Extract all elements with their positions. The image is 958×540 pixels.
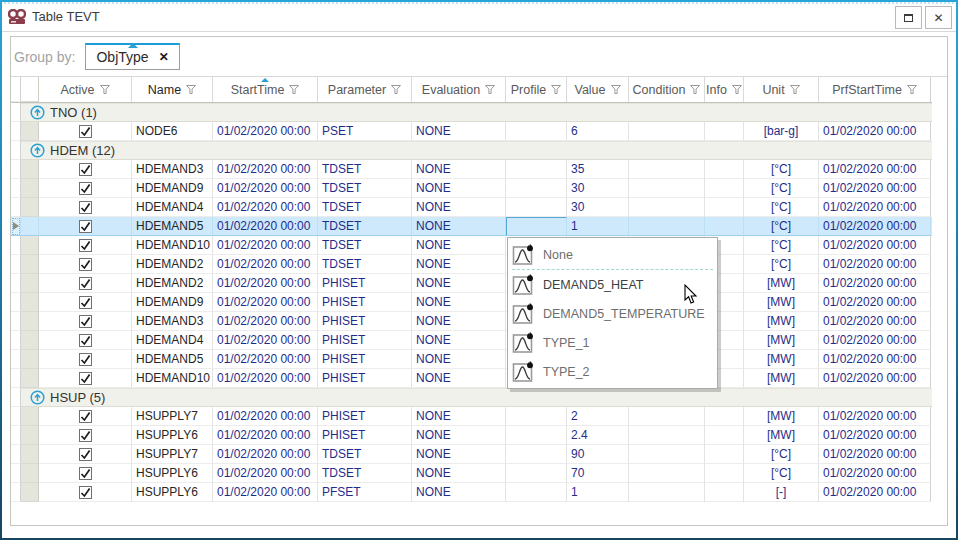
cell-parameter[interactable]: TDSET (318, 217, 412, 236)
cell-unit[interactable]: [MW] (744, 293, 819, 312)
cell-active[interactable] (39, 369, 132, 388)
active-checkbox[interactable] (79, 125, 92, 138)
cell-name[interactable]: HSUPPLY6 (132, 483, 213, 502)
cell-active[interactable] (39, 426, 132, 445)
cell-value[interactable]: 6 (567, 122, 629, 141)
cell-parameter[interactable]: PHISET (318, 331, 412, 350)
cell-parameter[interactable]: PSET (318, 122, 412, 141)
cell-unit[interactable]: [°C] (744, 236, 819, 255)
cell-value[interactable]: 70 (567, 464, 629, 483)
cell-name[interactable]: HSUPPLY7 (132, 445, 213, 464)
cell-prf_start_time[interactable]: 01/02/2020 00:00 (819, 122, 931, 141)
cell-evaluation[interactable]: NONE (412, 217, 506, 236)
cell-condition[interactable] (629, 160, 705, 179)
cell-name[interactable]: HDEMAND10 (132, 369, 213, 388)
cell-name[interactable]: HSUPPLY6 (132, 464, 213, 483)
cell-active[interactable] (39, 122, 132, 141)
column-header-info[interactable]: Info (705, 77, 744, 102)
cell-profile[interactable] (506, 464, 567, 483)
cell-start_time[interactable]: 01/02/2020 00:00 (213, 236, 318, 255)
cell-profile[interactable] (506, 483, 567, 502)
cell-parameter[interactable]: TDSET (318, 160, 412, 179)
cell-condition[interactable] (629, 217, 705, 236)
cell-prf_start_time[interactable]: 01/02/2020 00:00 (819, 483, 931, 502)
active-checkbox[interactable] (79, 239, 92, 252)
cell-start_time[interactable]: 01/02/2020 00:00 (213, 198, 318, 217)
cell-parameter[interactable]: TDSET (318, 179, 412, 198)
cell-parameter[interactable]: TDSET (318, 445, 412, 464)
cell-active[interactable] (39, 407, 132, 426)
cell-start_time[interactable]: 01/02/2020 00:00 (213, 407, 318, 426)
close-button[interactable]: ✕ (925, 6, 952, 29)
cell-profile[interactable] (506, 217, 567, 236)
chip-close-icon[interactable]: ✕ (159, 50, 169, 64)
cell-active[interactable] (39, 236, 132, 255)
cell-name[interactable]: HDEMAND4 (132, 198, 213, 217)
cell-unit[interactable]: [°C] (744, 160, 819, 179)
cell-unit[interactable]: [°C] (744, 198, 819, 217)
cell-start_time[interactable]: 01/02/2020 00:00 (213, 274, 318, 293)
cell-evaluation[interactable]: NONE (412, 445, 506, 464)
cell-info[interactable] (705, 179, 744, 198)
cell-info[interactable] (705, 407, 744, 426)
cell-condition[interactable] (629, 122, 705, 141)
cell-start_time[interactable]: 01/02/2020 00:00 (213, 369, 318, 388)
cell-prf_start_time[interactable]: 01/02/2020 00:00 (819, 255, 931, 274)
cell-prf_start_time[interactable]: 01/02/2020 00:00 (819, 293, 931, 312)
cell-prf_start_time[interactable]: 01/02/2020 00:00 (819, 445, 931, 464)
cell-info[interactable] (705, 483, 744, 502)
active-checkbox[interactable] (79, 467, 92, 480)
column-header-condition[interactable]: Condition (629, 77, 705, 102)
cell-evaluation[interactable]: NONE (412, 464, 506, 483)
cell-parameter[interactable]: PHISET (318, 293, 412, 312)
active-checkbox[interactable] (79, 410, 92, 423)
cell-name[interactable]: HDEMAND9 (132, 293, 213, 312)
cell-value[interactable]: 1 (567, 217, 629, 236)
cell-parameter[interactable]: TDSET (318, 236, 412, 255)
cell-unit[interactable]: [°C] (744, 445, 819, 464)
cell-value[interactable]: 30 (567, 198, 629, 217)
cell-start_time[interactable]: 01/02/2020 00:00 (213, 331, 318, 350)
cell-condition[interactable] (629, 464, 705, 483)
active-checkbox[interactable] (79, 334, 92, 347)
cell-value[interactable]: 35 (567, 160, 629, 179)
cell-name[interactable]: HSUPPLY6 (132, 426, 213, 445)
cell-parameter[interactable]: PHISET (318, 426, 412, 445)
cell-unit[interactable]: [°C] (744, 255, 819, 274)
cell-name[interactable]: HDEMAND2 (132, 255, 213, 274)
cell-unit[interactable]: [MW] (744, 350, 819, 369)
cell-prf_start_time[interactable]: 01/02/2020 00:00 (819, 369, 931, 388)
group-chip-objtype[interactable]: ObjType ✕ (85, 43, 179, 70)
cell-info[interactable] (705, 160, 744, 179)
active-checkbox[interactable] (79, 277, 92, 290)
cell-name[interactable]: HDEMAND2 (132, 274, 213, 293)
cell-evaluation[interactable]: NONE (412, 160, 506, 179)
cell-prf_start_time[interactable]: 01/02/2020 00:00 (819, 312, 931, 331)
active-checkbox[interactable] (79, 182, 92, 195)
cell-name[interactable]: NODE6 (132, 122, 213, 141)
cell-start_time[interactable]: 01/02/2020 00:00 (213, 293, 318, 312)
cell-unit[interactable]: [-] (744, 483, 819, 502)
cell-active[interactable] (39, 198, 132, 217)
cell-evaluation[interactable]: NONE (412, 236, 506, 255)
cell-prf_start_time[interactable]: 01/02/2020 00:00 (819, 331, 931, 350)
cell-unit[interactable]: [°C] (744, 464, 819, 483)
cell-active[interactable] (39, 331, 132, 350)
cell-value[interactable]: 2 (567, 407, 629, 426)
cell-condition[interactable] (629, 445, 705, 464)
cell-condition[interactable] (629, 179, 705, 198)
cell-parameter[interactable]: PHISET (318, 369, 412, 388)
cell-evaluation[interactable]: NONE (412, 179, 506, 198)
cell-info[interactable] (705, 426, 744, 445)
cell-start_time[interactable]: 01/02/2020 00:00 (213, 255, 318, 274)
title-bar[interactable]: Table TEVT ✕ (2, 2, 956, 32)
cell-active[interactable] (39, 312, 132, 331)
cell-condition[interactable] (629, 426, 705, 445)
cell-name[interactable]: HDEMAND3 (132, 160, 213, 179)
group-row[interactable]: HDEM (12) (11, 141, 932, 160)
active-checkbox[interactable] (79, 315, 92, 328)
cell-parameter[interactable]: TDSET (318, 198, 412, 217)
cell-parameter[interactable]: TDSET (318, 464, 412, 483)
cell-profile[interactable] (506, 179, 567, 198)
column-header-prf_start_time[interactable]: PrfStartTime (819, 77, 931, 102)
